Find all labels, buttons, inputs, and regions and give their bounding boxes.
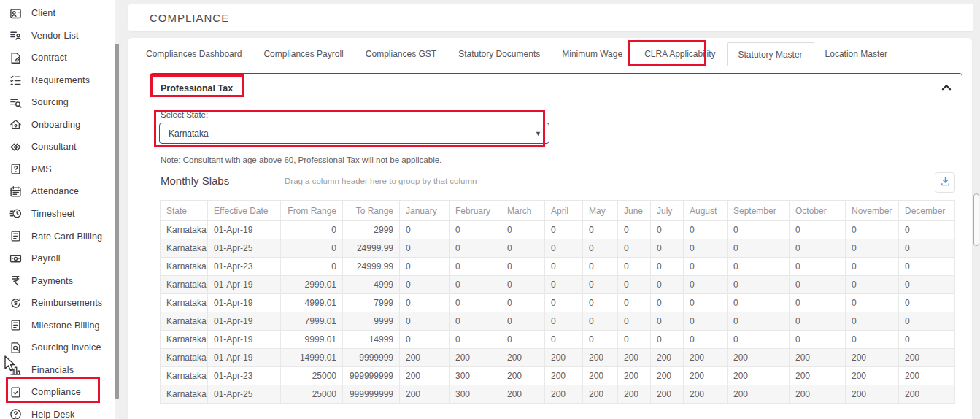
column-header-from-range[interactable]: From Range (281, 201, 343, 221)
table-cell: 200 (450, 349, 501, 367)
table-cell: 9999999 (343, 349, 400, 367)
sidebar-item-sourcing-invoice[interactable]: Sourcing Invoice (0, 337, 114, 358)
table-cell: 200 (545, 367, 583, 385)
sidebar-item-label: Milestone Billing (31, 320, 100, 331)
table-cell: Karnataka (161, 258, 208, 276)
table-row[interactable]: Karnataka01-Apr-1914999.0199999992002002… (161, 349, 955, 367)
tab-compliances-dashboard[interactable]: Compliances Dashboard (135, 42, 252, 66)
column-header-january[interactable]: January (400, 201, 450, 221)
table-cell: 01-Apr-19 (208, 312, 281, 331)
table-cell: 0 (728, 294, 790, 312)
table-cell: 200 (651, 349, 684, 367)
table-row[interactable]: Karnataka01-Apr-23024999.99000000000000 (161, 258, 955, 276)
table-cell: 200 (501, 349, 545, 367)
download-button[interactable] (935, 172, 955, 193)
column-header-may[interactable]: May (583, 201, 618, 221)
sidebar-item-contract[interactable]: Contract (0, 47, 114, 68)
sidebar-item-label: Sourcing Invoice (31, 342, 101, 353)
column-header-february[interactable]: February (450, 201, 501, 221)
sidebar-item-requirements[interactable]: Requirements (0, 70, 114, 91)
sidebar-item-client[interactable]: Client (0, 3, 114, 23)
table-cell: Karnataka (161, 294, 208, 312)
table-cell: Karnataka (161, 385, 208, 404)
column-header-to-range[interactable]: To Range (343, 201, 400, 221)
tab-statutory-master[interactable]: Statutory Master (727, 42, 814, 66)
sidebar-item-help-desk[interactable]: Help Desk (0, 404, 114, 419)
tab-statutory-documents[interactable]: Statutory Documents (447, 42, 551, 66)
sidebar-item-label: Sourcing (31, 97, 69, 107)
column-header-august[interactable]: August (684, 201, 728, 221)
sidebar-item-onboarding[interactable]: Onboarding (0, 115, 114, 135)
table-row[interactable]: Karnataka01-Apr-192999.01499900000000000… (161, 276, 955, 294)
table-cell: 0 (899, 312, 955, 331)
column-header-september[interactable]: September (728, 201, 790, 221)
table-row[interactable]: Karnataka01-Apr-232500099999999920030020… (161, 367, 955, 385)
sidebar-item-milestone-billing[interactable]: Milestone Billing (0, 315, 114, 336)
table-row[interactable]: Karnataka01-Apr-199999.01149990000000000… (161, 331, 955, 349)
sidebar-item-consultant[interactable]: Consultant (0, 137, 114, 157)
sidebar-item-compliance[interactable]: Compliance (0, 382, 114, 402)
sidebar-scrollbar-thumb[interactable] (115, 44, 119, 399)
column-header-october[interactable]: October (790, 201, 846, 221)
sidebar-item-payroll[interactable]: Payroll (0, 248, 114, 269)
table-cell: 200 (899, 349, 955, 367)
table-cell: 0 (790, 239, 846, 258)
tab-minimum-wage[interactable]: Minimum Wage (551, 42, 633, 66)
table-cell: 14999.01 (281, 349, 343, 367)
doc-lines-icon (9, 230, 22, 242)
sidebar-item-financials[interactable]: Financials (0, 360, 114, 380)
column-header-july[interactable]: July (651, 201, 684, 221)
column-header-june[interactable]: June (618, 201, 651, 221)
column-header-effective-date[interactable]: Effective Date (208, 201, 281, 221)
table-cell: 0 (545, 258, 583, 276)
table-cell: 200 (583, 367, 618, 385)
column-header-april[interactable]: April (545, 201, 583, 221)
tab-location-master[interactable]: Location Master (814, 42, 898, 66)
tab-clra-applicability[interactable]: CLRA Applicability (633, 42, 726, 66)
table-cell: Karnataka (161, 367, 208, 385)
column-header-state[interactable]: State (161, 201, 208, 221)
list-person-icon (9, 29, 22, 42)
doc-search-icon (9, 342, 22, 354)
table-cell: 0 (501, 294, 545, 312)
collapse-panel-button[interactable] (940, 81, 953, 94)
sidebar-item-vendor-list[interactable]: Vendor List (0, 26, 114, 46)
table-cell: 0 (728, 239, 790, 258)
table-cell: 0 (846, 276, 899, 294)
sidebar-item-label: Onboarding (31, 120, 80, 130)
table-body: Karnataka01-Apr-1902999000000000000Karna… (161, 221, 955, 404)
table-cell: 24999.99 (343, 258, 400, 276)
column-header-march[interactable]: March (501, 201, 545, 221)
sidebar-item-timesheet[interactable]: Timesheet (0, 204, 114, 224)
sidebar-item-reimbursements[interactable]: Reimbursements (0, 293, 114, 313)
table-cell: 200 (501, 367, 545, 385)
column-header-december[interactable]: December (899, 201, 955, 221)
state-dropdown[interactable]: Karnataka ▼ (159, 123, 549, 144)
table-cell: 0 (846, 312, 899, 331)
window-scrollbar-thumb[interactable] (973, 193, 979, 246)
table-row[interactable]: Karnataka01-Apr-252500099999999920030020… (161, 385, 955, 404)
tab-compliances-payroll[interactable]: Compliances Payroll (252, 42, 354, 66)
sidebar-item-attendance[interactable]: Attendance (0, 181, 114, 201)
column-header-november[interactable]: November (846, 201, 899, 221)
sidebar-item-payments[interactable]: Payments (0, 271, 114, 291)
panel-title: Professional Tax (161, 83, 233, 93)
sidebar-item-rate-card-billing[interactable]: Rate Card Billing (0, 226, 114, 247)
table-cell: Karnataka (161, 349, 208, 367)
table-cell: 0 (400, 294, 450, 312)
table-cell: 200 (899, 385, 955, 404)
sidebar-item-label: Reimbursements (31, 298, 102, 308)
table-row[interactable]: Karnataka01-Apr-197999.01999900000000000… (161, 312, 955, 331)
sidebar-item-sourcing[interactable]: Sourcing (0, 92, 114, 112)
table-cell: 200 (400, 349, 450, 367)
table-cell: 200 (618, 349, 651, 367)
table-cell: 0 (728, 312, 790, 331)
bar-chart-icon (9, 364, 22, 376)
table-cell: 0 (618, 258, 651, 276)
sidebar-item-pms[interactable]: PMS (0, 159, 114, 180)
table-row[interactable]: Karnataka01-Apr-1902999000000000000 (161, 221, 955, 239)
table-cell: Karnataka (161, 331, 208, 349)
tab-compliances-gst[interactable]: Compliances GST (355, 42, 447, 66)
table-row[interactable]: Karnataka01-Apr-194999.01799900000000000… (161, 294, 955, 312)
table-row[interactable]: Karnataka01-Apr-25024999.99000000000000 (161, 239, 955, 258)
